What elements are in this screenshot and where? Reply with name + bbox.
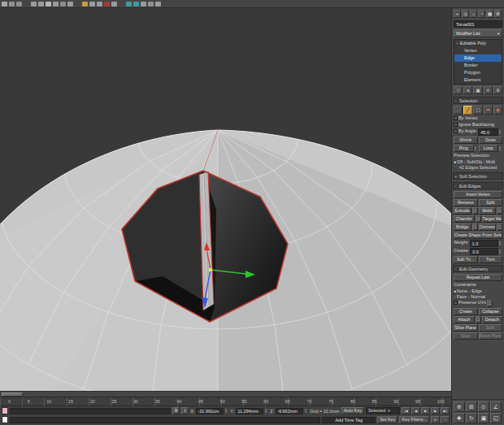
x-coordinate-field[interactable]: -31.991cm	[196, 408, 224, 414]
connect-settings-button[interactable]: □	[497, 223, 502, 231]
viewport-canvas[interactable]	[0, 8, 451, 397]
reset-plane-button[interactable]: Reset Plane	[479, 332, 503, 340]
detach-button[interactable]: Detach	[482, 316, 503, 323]
preserve-uvs-settings-button[interactable]: □	[487, 300, 493, 307]
collapse-button[interactable]: Collapse	[479, 308, 503, 315]
grow-button[interactable]: Grow	[479, 137, 503, 144]
chamfer-settings-button[interactable]: □	[476, 215, 481, 223]
orbit-icon[interactable]: ↻	[466, 413, 477, 423]
toolbar-icon[interactable]	[104, 2, 110, 7]
x-spinner[interactable]	[225, 409, 228, 414]
toolbar-icon[interactable]	[82, 2, 88, 7]
maxscript-mini-listener[interactable]	[2, 407, 8, 414]
edit-edges-rollout-header[interactable]: -Edit Edges	[453, 182, 503, 189]
polygon-subobject-icon[interactable]: ▰	[484, 106, 493, 115]
edge-subobject-icon[interactable]: ╱	[463, 106, 472, 115]
show-end-result-icon[interactable]: ≡	[463, 86, 472, 94]
time-configuration-icon[interactable]: ◔	[441, 416, 450, 423]
utilities-tab-icon[interactable]: ⚙	[494, 10, 502, 18]
selection-rollout-header[interactable]: -Selection	[453, 97, 503, 104]
motion-tab-icon[interactable]: ◔	[478, 10, 485, 18]
weld-settings-button[interactable]: □	[497, 207, 502, 215]
toolbar-icon[interactable]	[133, 2, 139, 7]
extrude-settings-button[interactable]: □	[472, 207, 478, 215]
z-coordinate-field[interactable]: -9.662mm	[276, 408, 303, 414]
preview-off-radio[interactable]: Off	[454, 159, 463, 164]
next-frame-icon[interactable]: ▶	[431, 407, 440, 414]
selection-set-dropdown[interactable]: Selected ▼	[366, 407, 400, 414]
pan-icon[interactable]: ✚	[454, 413, 465, 423]
walk-through-icon[interactable]: ◱	[490, 413, 502, 423]
go-to-end-icon[interactable]: ▶|	[441, 407, 450, 414]
preview-subobj-radio[interactable]: SubObj	[463, 159, 481, 164]
by-angle-field[interactable]: 45.0	[478, 128, 498, 136]
stack-item-border[interactable]: Border	[454, 62, 502, 69]
maxscript-listener-output[interactable]	[2, 416, 8, 423]
attach-button[interactable]: Attach	[454, 316, 475, 323]
stack-item-element[interactable]: Element	[454, 76, 502, 84]
gizmo-origin[interactable]	[209, 268, 212, 271]
toolbar-icon[interactable]	[111, 2, 117, 7]
make-unique-icon[interactable]: ▣	[473, 86, 482, 94]
toolbar-icon[interactable]	[31, 2, 37, 7]
preserve-uvs-checkbox[interactable]	[454, 301, 458, 305]
toolbar-icon[interactable]	[155, 2, 161, 7]
ignore-backfacing-checkbox[interactable]	[454, 123, 458, 127]
perspective-viewport[interactable]	[0, 8, 451, 397]
insert-vertex-button[interactable]: Insert Vertex	[454, 191, 502, 198]
time-slider[interactable]	[0, 391, 451, 397]
crease-field[interactable]: 0.0	[470, 248, 498, 255]
soft-selection-rollout-header[interactable]: +Soft Selection	[453, 172, 503, 180]
stack-item-editable-poly[interactable]: ▪Editable Poly	[454, 40, 502, 47]
set-key-button[interactable]: Set Key	[377, 416, 398, 423]
transform-typein-mode-icon[interactable]: ±	[181, 407, 189, 414]
weight-spinner[interactable]	[499, 240, 502, 247]
y-coordinate-field[interactable]: 11.294mm	[236, 408, 263, 414]
extrude-button[interactable]: Extrude	[454, 207, 471, 215]
stack-item-polygon[interactable]: Polygon	[454, 69, 502, 76]
toolbar-icon[interactable]	[97, 2, 102, 7]
create-button[interactable]: Create	[454, 308, 478, 315]
hierarchy-tab-icon[interactable]: ⌂	[470, 10, 477, 18]
bridge-settings-button[interactable]: □	[472, 223, 478, 231]
toolbar-icon[interactable]	[53, 2, 59, 7]
constraint-none-radio[interactable]: None	[454, 288, 467, 293]
slice-button[interactable]: Slice	[454, 332, 478, 340]
remove-modifier-icon[interactable]: ✕	[484, 86, 493, 94]
toolbar-icon[interactable]	[126, 2, 132, 7]
zoom-extents-icon[interactable]: ⊙	[478, 401, 489, 412]
previous-frame-icon[interactable]: ◀	[411, 407, 420, 414]
add-time-tag[interactable]: Add Time Tag	[322, 417, 376, 423]
ring-button[interactable]: Ring	[454, 145, 474, 152]
split-geometry-button[interactable]: Split	[479, 324, 503, 332]
slice-plane-button[interactable]: Slice Plane	[454, 324, 478, 332]
toolbar-icon[interactable]	[60, 2, 66, 7]
toolbar-icon[interactable]	[75, 2, 80, 7]
edit-geometry-rollout-header[interactable]: -Edit Geometry	[453, 265, 503, 272]
key-mode-toggle-icon[interactable]: ⊙	[431, 416, 440, 423]
weight-field[interactable]: 1.0	[470, 240, 498, 247]
vertex-subobject-icon[interactable]: ∴	[454, 106, 463, 115]
selection-lock-icon[interactable]: ⊠	[172, 407, 180, 414]
edit-tri-button[interactable]: Edit Tri...	[454, 256, 478, 263]
chamfer-button[interactable]: Chamfer	[454, 215, 475, 223]
connect-button[interactable]: Connect	[479, 223, 497, 231]
by-angle-checkbox[interactable]	[454, 129, 458, 133]
toolbar-icon[interactable]	[46, 2, 51, 7]
target-weld-button[interactable]: Target Weld	[482, 215, 503, 223]
toolbar-icon[interactable]	[119, 2, 124, 7]
stack-item-edge[interactable]: Edge	[454, 54, 502, 62]
element-subobject-icon[interactable]: ◆	[493, 106, 502, 115]
toolbar-icon[interactable]	[9, 2, 15, 7]
by-vertex-checkbox[interactable]	[454, 116, 458, 120]
configure-modifier-sets-icon[interactable]: ⚙	[493, 86, 502, 94]
border-subobject-icon[interactable]: ▢	[473, 106, 482, 115]
toolbar-icon[interactable]	[16, 2, 22, 7]
constraint-edge-radio[interactable]: Edge	[468, 288, 482, 293]
loop-spinner[interactable]	[499, 145, 502, 152]
attach-settings-button[interactable]: □	[476, 316, 481, 323]
preview-multi-radio[interactable]: Multi	[483, 159, 496, 164]
field-of-view-icon[interactable]: ∠	[490, 401, 502, 412]
modify-tab-icon[interactable]: ◎	[462, 10, 469, 18]
pin-stack-icon[interactable]: ▽	[454, 86, 463, 94]
